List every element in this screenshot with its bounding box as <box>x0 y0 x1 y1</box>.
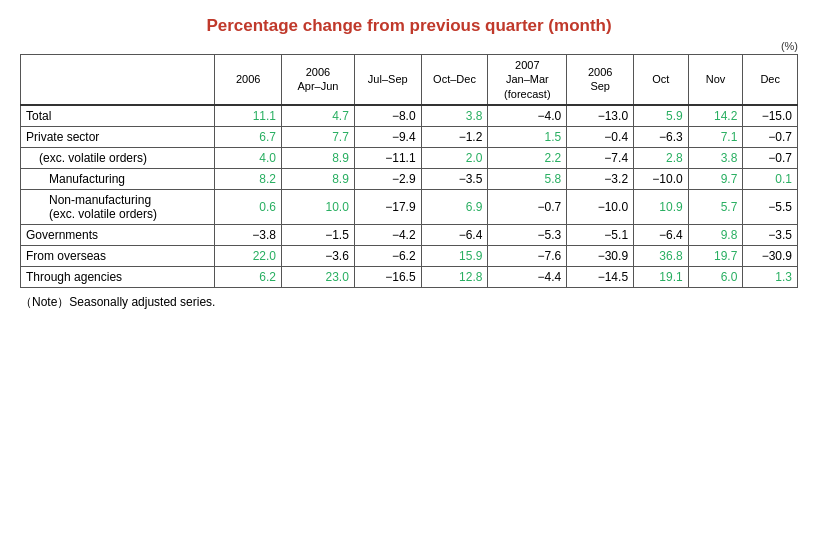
table-header-row: 2006 2006Apr–Jun Jul–Sep Oct–Dec 2007Jan… <box>21 55 798 105</box>
row-value: 7.7 <box>282 126 355 147</box>
row-value: 1.5 <box>488 126 567 147</box>
row-value: −16.5 <box>354 266 421 287</box>
table-row: Private sector6.77.7−9.4−1.21.5−0.4−6.37… <box>21 126 798 147</box>
data-table: 2006 2006Apr–Jun Jul–Sep Oct–Dec 2007Jan… <box>20 54 798 288</box>
row-value: 6.7 <box>215 126 282 147</box>
row-value: 3.8 <box>688 147 743 168</box>
row-value: −3.5 <box>421 168 488 189</box>
row-value: −0.7 <box>488 189 567 224</box>
row-label: Governments <box>21 224 215 245</box>
row-value: −7.4 <box>567 147 634 168</box>
row-label: (exc. volatile orders) <box>21 147 215 168</box>
row-value: −6.2 <box>354 245 421 266</box>
row-value: 4.0 <box>215 147 282 168</box>
row-value: 8.9 <box>282 168 355 189</box>
row-value: −13.0 <box>567 105 634 127</box>
header-nov: Nov <box>688 55 743 105</box>
header-dec: Dec <box>743 55 798 105</box>
row-value: −17.9 <box>354 189 421 224</box>
table-row: Non-manufacturing(exc. volatile orders)0… <box>21 189 798 224</box>
table-row: Through agencies6.223.0−16.512.8−4.4−14.… <box>21 266 798 287</box>
row-value: 6.9 <box>421 189 488 224</box>
header-label <box>21 55 215 105</box>
row-label: Manufacturing <box>21 168 215 189</box>
row-value: −3.2 <box>567 168 634 189</box>
table-row: (exc. volatile orders)4.08.9−11.12.02.2−… <box>21 147 798 168</box>
row-value: 5.9 <box>634 105 689 127</box>
row-value: −8.0 <box>354 105 421 127</box>
row-value: −6.3 <box>634 126 689 147</box>
row-value: 8.9 <box>282 147 355 168</box>
row-value: 9.8 <box>688 224 743 245</box>
header-2006: 2006 <box>215 55 282 105</box>
row-value: 10.0 <box>282 189 355 224</box>
row-value: −10.0 <box>567 189 634 224</box>
chart-title: Percentage change from previous quarter … <box>20 16 798 36</box>
header-jul-sep: Jul–Sep <box>354 55 421 105</box>
row-value: 2.8 <box>634 147 689 168</box>
row-value: −10.0 <box>634 168 689 189</box>
header-jan-mar: 2007Jan–Mar(forecast) <box>488 55 567 105</box>
note-text: （Note）Seasonally adjusted series. <box>20 294 798 311</box>
row-value: −6.4 <box>634 224 689 245</box>
row-value: −5.5 <box>743 189 798 224</box>
row-value: 5.8 <box>488 168 567 189</box>
row-value: 3.8 <box>421 105 488 127</box>
row-value: 36.8 <box>634 245 689 266</box>
row-value: −0.7 <box>743 147 798 168</box>
row-label: Non-manufacturing(exc. volatile orders) <box>21 189 215 224</box>
row-value: −3.6 <box>282 245 355 266</box>
row-value: 2.0 <box>421 147 488 168</box>
row-value: 1.3 <box>743 266 798 287</box>
row-value: 0.6 <box>215 189 282 224</box>
table-row: From overseas22.0−3.6−6.215.9−7.6−30.936… <box>21 245 798 266</box>
row-value: 7.1 <box>688 126 743 147</box>
row-label: Through agencies <box>21 266 215 287</box>
header-oct: Oct <box>634 55 689 105</box>
row-value: −11.1 <box>354 147 421 168</box>
row-value: −0.4 <box>567 126 634 147</box>
table-row: Governments−3.8−1.5−4.2−6.4−5.3−5.1−6.49… <box>21 224 798 245</box>
row-value: 8.2 <box>215 168 282 189</box>
row-value: 6.0 <box>688 266 743 287</box>
row-value: 22.0 <box>215 245 282 266</box>
row-value: 2.2 <box>488 147 567 168</box>
row-value: 0.1 <box>743 168 798 189</box>
row-value: 9.7 <box>688 168 743 189</box>
row-label: From overseas <box>21 245 215 266</box>
row-value: −2.9 <box>354 168 421 189</box>
row-value: 11.1 <box>215 105 282 127</box>
percent-unit: (%) <box>20 40 798 52</box>
row-value: 15.9 <box>421 245 488 266</box>
row-label: Private sector <box>21 126 215 147</box>
row-value: −6.4 <box>421 224 488 245</box>
row-value: −4.4 <box>488 266 567 287</box>
row-value: −15.0 <box>743 105 798 127</box>
row-value: 14.2 <box>688 105 743 127</box>
row-value: −4.2 <box>354 224 421 245</box>
row-value: −3.5 <box>743 224 798 245</box>
row-value: −14.5 <box>567 266 634 287</box>
row-value: −30.9 <box>567 245 634 266</box>
header-sep: 2006Sep <box>567 55 634 105</box>
row-value: −5.3 <box>488 224 567 245</box>
row-value: 12.8 <box>421 266 488 287</box>
row-value: 6.2 <box>215 266 282 287</box>
row-value: −0.7 <box>743 126 798 147</box>
row-value: −1.5 <box>282 224 355 245</box>
table-row: Manufacturing8.28.9−2.9−3.55.8−3.2−10.09… <box>21 168 798 189</box>
header-oct-dec: Oct–Dec <box>421 55 488 105</box>
row-value: −9.4 <box>354 126 421 147</box>
row-value: −7.6 <box>488 245 567 266</box>
table-row: Total11.14.7−8.03.8−4.0−13.05.914.2−15.0 <box>21 105 798 127</box>
row-value: 5.7 <box>688 189 743 224</box>
row-value: 10.9 <box>634 189 689 224</box>
row-value: −4.0 <box>488 105 567 127</box>
row-value: 19.1 <box>634 266 689 287</box>
row-value: −3.8 <box>215 224 282 245</box>
row-value: 4.7 <box>282 105 355 127</box>
row-value: 23.0 <box>282 266 355 287</box>
row-value: −5.1 <box>567 224 634 245</box>
row-value: −30.9 <box>743 245 798 266</box>
row-label: Total <box>21 105 215 127</box>
